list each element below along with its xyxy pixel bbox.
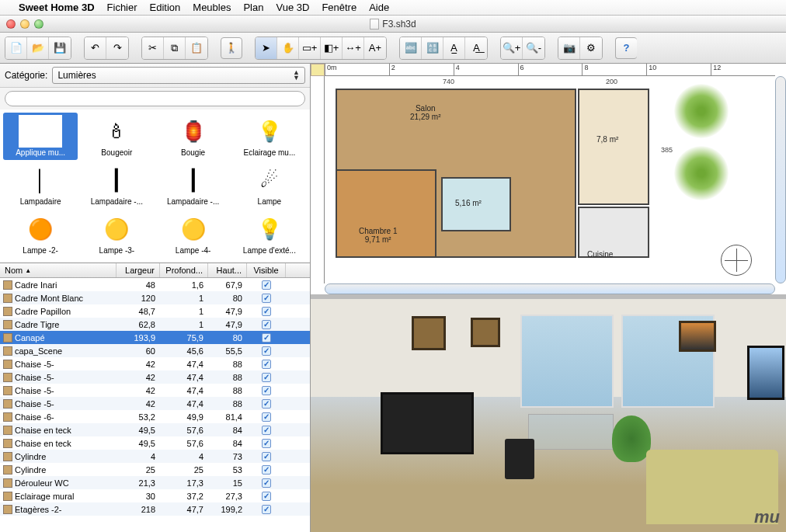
table-row[interactable]: Etagères -2-21847,7199,2✓: [0, 502, 310, 516]
table-row[interactable]: Cadre Papillon48,7147,9✓: [0, 304, 310, 318]
text-style-4-button[interactable]: A͟: [465, 37, 487, 59]
menu-plan[interactable]: Plan: [243, 2, 263, 13]
text-style-2-button[interactable]: 🔠: [422, 37, 443, 59]
table-row[interactable]: Cylindre4473✓: [0, 450, 310, 463]
catalog-item[interactable]: 💡Lampe d'exté...: [232, 210, 307, 258]
app-menu[interactable]: Sweet Home 3D: [19, 2, 95, 13]
visibility-checkbox[interactable]: ✓: [262, 399, 271, 409]
visibility-checkbox[interactable]: ✓: [262, 333, 271, 342]
catalog-item[interactable]: 🟠Lampe -2-: [3, 210, 78, 258]
photo-button[interactable]: 📷: [558, 37, 580, 59]
catalog-item[interactable]: 🟡Lampe -4-: [156, 210, 231, 258]
menu-vue3d[interactable]: Vue 3D: [276, 2, 309, 13]
menu-aide[interactable]: Aide: [369, 2, 389, 13]
zoom-out-button[interactable]: 🔍-: [523, 37, 544, 59]
menu-edition[interactable]: Edition: [150, 2, 181, 13]
table-row[interactable]: Cadre Tigre62,8147,9✓: [0, 318, 310, 331]
chair-object: [505, 439, 534, 479]
visibility-checkbox[interactable]: ✓: [262, 492, 271, 501]
catalog-item[interactable]: │Lampadaire: [3, 162, 78, 209]
visibility-checkbox[interactable]: ✓: [262, 373, 271, 382]
cut-button[interactable]: ✂: [142, 37, 164, 59]
plan-vertical-scrollbar[interactable]: [775, 76, 786, 283]
catalog-item[interactable]: ☄Lampe: [232, 162, 307, 209]
plan-view[interactable]: 0m24681012 740 200 385 Salon21,29 m² Cha…: [311, 64, 786, 299]
category-select[interactable]: Lumières ▲▼: [52, 67, 305, 84]
table-row[interactable]: Cadre Mont Blanc120180✓: [0, 291, 310, 304]
menu-meubles[interactable]: Meubles: [193, 2, 231, 13]
catalog-item[interactable]: 💡Eclairage mu...: [232, 113, 307, 160]
table-row[interactable]: Eclairage mural3037,227,3✓: [0, 489, 310, 502]
catalog-item[interactable]: 🕯Bougeoir: [79, 113, 154, 160]
table-row[interactable]: Cadre Inari481,667,9✓: [0, 278, 310, 291]
furniture-depth: 49,9: [160, 412, 208, 422]
zoom-in-button[interactable]: 🔍+: [501, 37, 523, 59]
create-room-button[interactable]: ◧+: [321, 37, 343, 59]
compass-icon[interactable]: [721, 245, 752, 276]
catalog-item[interactable]: ┃Lampadaire -...: [79, 162, 154, 209]
catalog-item[interactable]: ┃Lampadaire -...: [156, 162, 231, 209]
help-button[interactable]: ?: [615, 37, 637, 59]
visibility-checkbox[interactable]: ✓: [262, 346, 271, 356]
visibility-checkbox[interactable]: ✓: [262, 412, 271, 422]
table-row[interactable]: Dérouleur WC21,317,315✓: [0, 476, 310, 489]
create-dimension-button[interactable]: ↔+: [343, 37, 364, 59]
table-row[interactable]: Canapé193,975,980✓: [0, 331, 310, 344]
create-text-button[interactable]: A+: [364, 37, 386, 59]
table-row[interactable]: capa_Scene6045,655,5✓: [0, 344, 310, 357]
new-button[interactable]: 📄: [5, 37, 27, 59]
furniture-catalog[interactable]: ◣Applique mu...🕯Bougeoir🏮Bougie💡Eclairag…: [0, 110, 310, 263]
visibility-checkbox[interactable]: ✓: [262, 439, 271, 448]
furniture-width: 4: [117, 452, 160, 461]
copy-button[interactable]: ⧉: [164, 37, 186, 59]
visibility-checkbox[interactable]: ✓: [262, 320, 271, 329]
menu-fenetre[interactable]: Fenêtre: [322, 2, 356, 13]
redo-button[interactable]: ↷: [106, 37, 128, 59]
plan-canvas[interactable]: 740 200 385 Salon21,29 m² Chambre 19,71 …: [325, 76, 775, 283]
table-row[interactable]: Chaise -5-4247,488✓: [0, 397, 310, 410]
visibility-checkbox[interactable]: ✓: [262, 505, 271, 514]
catalog-item[interactable]: ◣Applique mu...: [3, 113, 78, 160]
furniture-depth: 45,6: [160, 346, 208, 356]
menu-fichier[interactable]: Fichier: [107, 2, 137, 13]
table-row[interactable]: Chaise -5-4247,488✓: [0, 370, 310, 384]
visibility-checkbox[interactable]: ✓: [262, 280, 271, 290]
open-button[interactable]: 📂: [27, 37, 49, 59]
pan-tool-button[interactable]: ✋: [277, 37, 299, 59]
plan-horizontal-scrollbar[interactable]: [325, 283, 775, 294]
search-input[interactable]: [5, 91, 305, 106]
table-row[interactable]: Cylindre252553✓: [0, 463, 310, 476]
visibility-checkbox[interactable]: ✓: [262, 294, 271, 303]
furniture-width: 193,9: [117, 333, 160, 342]
undo-button[interactable]: ↶: [85, 37, 106, 59]
paste-button[interactable]: 📋: [186, 37, 207, 59]
visibility-checkbox[interactable]: ✓: [262, 386, 271, 395]
visibility-checkbox[interactable]: ✓: [262, 426, 271, 435]
add-furniture-button[interactable]: 🚶: [221, 37, 242, 59]
text-style-1-button[interactable]: 🔤: [400, 37, 422, 59]
3d-view[interactable]: mu: [311, 299, 786, 532]
save-button[interactable]: 💾: [49, 37, 71, 59]
visibility-checkbox[interactable]: ✓: [262, 478, 271, 488]
catalog-item[interactable]: 🟡Lampe -3-: [79, 210, 154, 258]
furniture-list[interactable]: Cadre Inari481,667,9✓Cadre Mont Blanc120…: [0, 278, 310, 532]
visibility-checkbox[interactable]: ✓: [262, 307, 271, 316]
create-wall-button[interactable]: ▭+: [299, 37, 321, 59]
visibility-checkbox[interactable]: ✓: [262, 465, 271, 475]
table-row[interactable]: Chaise -5-4247,488✓: [0, 357, 310, 370]
visibility-checkbox[interactable]: ✓: [262, 360, 271, 369]
table-row[interactable]: Chaise -5-4247,488✓: [0, 384, 310, 397]
table-row[interactable]: Chaise en teck49,557,684✓: [0, 436, 310, 450]
select-tool-button[interactable]: ➤: [256, 37, 277, 59]
table-row[interactable]: Chaise -6-53,249,981,4✓: [0, 410, 310, 423]
catalog-item[interactable]: 🏮Bougie: [156, 113, 231, 160]
furniture-name: Cylindre: [15, 452, 46, 461]
dimension-label: 200: [604, 78, 619, 85]
dimension-label: 740: [441, 78, 456, 85]
text-style-3-button[interactable]: A̲: [443, 37, 465, 59]
preferences-button[interactable]: ⚙: [580, 37, 602, 59]
table-row[interactable]: Chaise en teck49,557,684✓: [0, 423, 310, 436]
furniture-list-header[interactable]: Nom ▲ Largeur Profond... Haut... Visible: [0, 263, 310, 278]
catalog-thumb-icon: ┃: [172, 164, 215, 196]
visibility-checkbox[interactable]: ✓: [262, 452, 271, 461]
